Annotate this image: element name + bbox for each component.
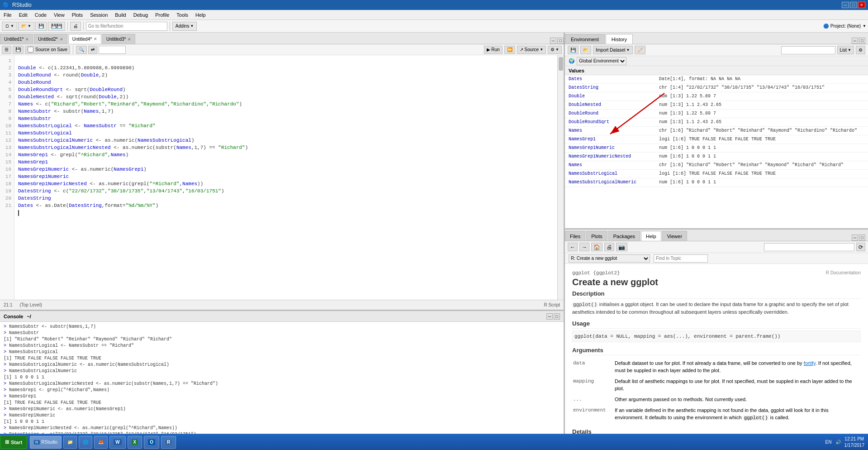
new-file-button[interactable]: 🗋 ▼ bbox=[2, 22, 17, 31]
find-in-topic-input[interactable] bbox=[654, 254, 708, 263]
env-list-btn[interactable]: List ▼ bbox=[837, 46, 854, 54]
minimize-button[interactable]: ─ bbox=[842, 2, 849, 8]
taskbar-explorer-btn[interactable]: 📁 bbox=[63, 436, 77, 449]
taskbar-ie-btn[interactable]: 🌐 bbox=[79, 436, 92, 449]
env-load-btn[interactable]: 📂 bbox=[580, 46, 591, 54]
env-maximize-btn[interactable]: □ bbox=[859, 38, 865, 44]
global-env-select[interactable]: Global Environment bbox=[577, 57, 626, 65]
tab-environment[interactable]: Environment bbox=[565, 34, 605, 44]
tab-untitled3[interactable]: Untitled3* ✕ bbox=[102, 34, 135, 44]
files-maximize-btn[interactable]: □ bbox=[859, 235, 865, 241]
source-on-save-btn[interactable]: Source on Save bbox=[25, 46, 70, 54]
editor-minimize-btn[interactable]: ─ bbox=[550, 38, 556, 44]
save-all-button[interactable]: 💾💾 bbox=[48, 22, 65, 31]
start-button[interactable]: ⊞ Start bbox=[0, 436, 27, 449]
re-run-button[interactable]: ⏩ bbox=[504, 46, 515, 54]
value-row-names[interactable]: Names chr [1:6] "Richard" "Robert" "Rein… bbox=[565, 127, 868, 135]
value-row-double[interactable]: Double num [1:3] 1.22 5.89 7 bbox=[565, 92, 868, 101]
values-header: Values bbox=[565, 66, 868, 75]
tab-help[interactable]: Help bbox=[641, 231, 661, 241]
tab-history[interactable]: History bbox=[606, 34, 633, 44]
tab-untitled2[interactable]: Untitled2* ✕ bbox=[34, 34, 67, 44]
tab-untitled1[interactable]: Untitled1* ✕ bbox=[0, 34, 33, 44]
editor-scrollbar[interactable] bbox=[557, 55, 564, 300]
files-minimize-btn[interactable]: ─ bbox=[852, 235, 858, 241]
env-settings-btn[interactable]: ⚙ bbox=[856, 46, 865, 54]
options-button[interactable]: ⚙ ▼ bbox=[548, 46, 562, 54]
tab-plots[interactable]: Plots bbox=[586, 231, 607, 241]
value-row-doubleround[interactable]: DoubleRound num [1:3] 1.22 5.89 7 bbox=[565, 110, 868, 118]
value-row-namessubstrlogicalnumeric[interactable]: NamesSubstrLogicalNumeric num [1:6] 1 0 … bbox=[565, 178, 868, 187]
print-button[interactable]: 🖨 bbox=[70, 22, 81, 31]
taskbar-r-btn[interactable]: R bbox=[161, 436, 176, 449]
tab-viewer[interactable]: Viewer bbox=[662, 231, 687, 241]
env-import-btn[interactable]: Import Dataset ▼ bbox=[593, 46, 633, 54]
back-button[interactable]: ← bbox=[568, 243, 578, 251]
tab-files[interactable]: Files bbox=[565, 231, 585, 241]
run-button[interactable]: ▶ Run bbox=[484, 46, 503, 54]
help-topic-select[interactable]: R: Create a new ggplot bbox=[569, 254, 650, 263]
tab-untitled4[interactable]: Untitled4* ✕ bbox=[68, 34, 101, 44]
refresh-button[interactable]: ⟳ bbox=[856, 243, 865, 251]
fold-button[interactable]: ☰ bbox=[2, 46, 11, 54]
menu-debug[interactable]: Debug bbox=[130, 11, 152, 19]
tab-packages[interactable]: Packages bbox=[608, 231, 640, 241]
console-content[interactable]: > NamesSubstr <- substr(Names,1,7) > Nam… bbox=[0, 322, 564, 450]
value-row-doubleroundsqrt[interactable]: DoubleRoundSqrt num [1:3] 1.1 2.43 2.65 bbox=[565, 118, 868, 127]
menu-tools[interactable]: Tools bbox=[173, 11, 192, 19]
screenshot-button[interactable]: 📷 bbox=[616, 243, 627, 251]
go-to-file-input[interactable] bbox=[86, 22, 167, 31]
save-script-button[interactable]: 💾 bbox=[13, 46, 24, 54]
menu-profile[interactable]: Profile bbox=[152, 11, 173, 19]
value-row-namessubstr[interactable]: Names chr [1:6] "Richard" "Robert" "Rein… bbox=[565, 161, 868, 170]
value-row-namesgrep1numericnested[interactable]: NamesGrep1NumericNested num [1:6] 1 0 0 … bbox=[565, 153, 868, 161]
taskbar-rstudio-btn[interactable]: R RStudio bbox=[30, 436, 62, 449]
tab-untitled4-close[interactable]: ✕ bbox=[94, 37, 97, 41]
taskbar-firefox-btn[interactable]: 🦊 bbox=[94, 436, 108, 449]
home-button[interactable]: 🏠 bbox=[591, 243, 602, 251]
value-row-namesgrep1numeric[interactable]: NamesGrep1Numeric num [1:6] 1 0 0 0 1 1 bbox=[565, 144, 868, 153]
menu-edit[interactable]: Edit bbox=[15, 11, 31, 19]
menu-view[interactable]: View bbox=[50, 11, 68, 19]
open-file-button[interactable]: 📂 ▼ bbox=[18, 22, 34, 31]
console-minimize-btn[interactable]: ─ bbox=[546, 313, 553, 320]
close-button[interactable]: ✕ bbox=[858, 2, 865, 8]
source-on-save-checkbox[interactable] bbox=[28, 47, 33, 53]
source-button[interactable]: ↗ Source ▼ bbox=[517, 46, 546, 54]
value-name: DoubleRound bbox=[569, 110, 659, 117]
maximize-button[interactable]: □ bbox=[850, 2, 857, 8]
forward-button[interactable]: → bbox=[579, 243, 589, 251]
value-row-datesstring[interactable]: DatesString chr [1:4] "22/02/1732" "30/1… bbox=[565, 84, 868, 92]
value-row-doublenested[interactable]: DoubleNested num [1:3] 1.1 2.43 2.65 bbox=[565, 101, 868, 110]
value-row-namesgrep1[interactable]: NamesGrep1 logi [1:6] TRUE FALSE FALSE F… bbox=[565, 135, 868, 144]
tab-untitled1-close[interactable]: ✕ bbox=[25, 37, 29, 42]
menu-plots[interactable]: Plots bbox=[68, 11, 86, 19]
help-search-input[interactable] bbox=[764, 243, 854, 251]
addins-button[interactable]: Addins ▼ bbox=[172, 22, 197, 31]
menu-file[interactable]: File bbox=[0, 11, 15, 19]
taskbar-outlook-btn[interactable]: O bbox=[144, 436, 159, 449]
search-button[interactable]: 🔍 bbox=[76, 46, 87, 54]
menu-session[interactable]: Session bbox=[86, 11, 111, 19]
fortify-link[interactable]: fortify bbox=[804, 360, 816, 366]
menu-build[interactable]: Build bbox=[111, 11, 129, 19]
code-area[interactable]: Double <- c(1.22341,5.889988,6.9999890) … bbox=[14, 55, 557, 300]
value-row-dates[interactable]: Dates Date[1:4], format: NA NA NA NA bbox=[565, 75, 868, 84]
env-minimize-btn[interactable]: ─ bbox=[852, 38, 858, 44]
env-clear-btn[interactable]: 🧹 bbox=[635, 46, 645, 54]
search-replace-button[interactable]: ⇄ bbox=[88, 46, 97, 54]
env-save-btn[interactable]: 💾 bbox=[568, 46, 579, 54]
editor-maximize-btn[interactable]: □ bbox=[557, 38, 564, 44]
tab-untitled2-close[interactable]: ✕ bbox=[60, 37, 63, 42]
console-maximize-btn[interactable]: □ bbox=[554, 313, 560, 320]
taskbar-excel-btn[interactable]: X bbox=[128, 436, 142, 449]
print-help-button[interactable]: 🖨 bbox=[604, 243, 614, 251]
save-button[interactable]: 💾 bbox=[35, 22, 47, 31]
value-row-namessubstrlogical[interactable]: NamesSubstrLogical logi [1:6] TRUE FALSE… bbox=[565, 170, 868, 178]
env-search-input[interactable] bbox=[781, 46, 835, 54]
tab-untitled3-close[interactable]: ✕ bbox=[128, 37, 131, 42]
search-input-editor[interactable] bbox=[99, 46, 126, 54]
taskbar-word-btn[interactable]: W bbox=[109, 436, 125, 449]
menu-code[interactable]: Code bbox=[31, 11, 50, 19]
menu-help[interactable]: Help bbox=[192, 11, 209, 19]
